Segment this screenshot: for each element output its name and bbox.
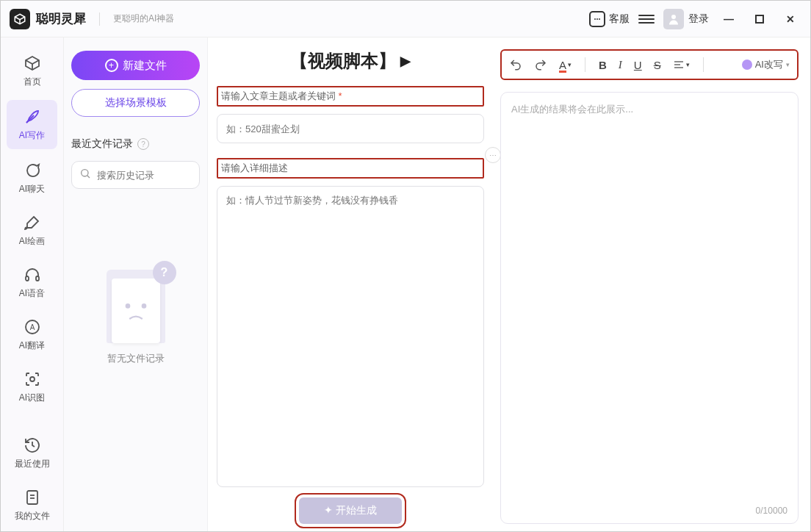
logo-block: 聪明灵犀 更聪明的AI神器 (10, 9, 174, 29)
brush-icon (23, 213, 42, 232)
center-column: 【视频脚本】 ▶ 请输入文章主题或者关键词 请输入详细描述 ✦ 开始生成 (208, 37, 493, 531)
align-button[interactable]: ▾ (673, 59, 690, 71)
strikethrough-button[interactable]: S (654, 59, 661, 71)
app-subtitle: 更聪明的AI神器 (113, 12, 174, 25)
feather-icon (23, 107, 42, 126)
cube-icon (23, 54, 42, 73)
svg-point-5 (671, 15, 676, 19)
svg-point-4 (599, 18, 600, 20)
nav-label: AI聊天 (19, 183, 45, 195)
nav-my-files[interactable]: 我的文件 (1, 479, 63, 531)
nav-label: AI写作 (19, 129, 45, 142)
redo-button[interactable] (534, 58, 547, 71)
description-label: 请输入详细描述 (217, 158, 484, 179)
character-counter: 0/10000 (756, 506, 787, 516)
hamburger-menu-button[interactable] (638, 11, 655, 27)
nav-ai-image-recognition[interactable]: AI识图 (1, 361, 63, 413)
right-column: A▾ B I U S ▾ AI改写 ▾ AI生成的结果将会在此展示... 0/1… (493, 37, 810, 531)
svg-point-18 (82, 170, 88, 176)
nav-recent[interactable]: 最近使用 (1, 427, 63, 479)
nav-label: AI语音 (19, 287, 45, 300)
nav-ai-writing[interactable]: AI写作 (7, 100, 57, 149)
svg-point-2 (594, 18, 596, 20)
nav-ai-voice[interactable]: AI语音 (1, 256, 63, 309)
empty-state: ? 暂无文件记录 (71, 262, 200, 365)
svg-rect-10 (26, 276, 29, 281)
svg-point-20 (125, 303, 130, 309)
undo-button[interactable] (509, 58, 522, 71)
customer-service-label: 客服 (609, 12, 630, 26)
topic-input[interactable] (217, 114, 484, 143)
translate-icon: A (23, 317, 42, 337)
generate-button[interactable]: ✦ 开始生成 (299, 497, 402, 524)
ai-rewrite-button[interactable]: AI改写 ▾ (742, 58, 790, 71)
nav-label: AI翻译 (19, 339, 45, 352)
search-icon (79, 168, 91, 182)
file-icon (23, 488, 42, 507)
left-nav: 首页 AI写作 AI聊天 AI绘画 AI语音 A AI翻译 AI识图 (1, 37, 64, 531)
main-layout: 首页 AI写作 AI聊天 AI绘画 AI语音 A AI翻译 AI识图 (1, 37, 810, 531)
titlebar: 聪明灵犀 更聪明的AI神器 客服 登录 — ✕ (1, 1, 810, 37)
recent-files-text: 最近文件记录 (71, 137, 133, 151)
chat-icon (589, 11, 605, 27)
svg-point-14 (30, 377, 35, 381)
bold-button[interactable]: B (599, 59, 607, 71)
description-textarea[interactable] (217, 186, 484, 487)
app-logo-icon (10, 9, 30, 29)
nav-label: AI识图 (19, 392, 45, 404)
customer-service-button[interactable]: 客服 (589, 11, 630, 27)
headphones-icon (23, 265, 42, 284)
font-color-button[interactable]: A▾ (559, 59, 572, 71)
column-resize-handle[interactable]: ⋯ (485, 147, 501, 163)
nav-label: AI绘画 (19, 235, 45, 248)
minimize-button[interactable]: — (724, 14, 734, 24)
editor-toolbar: A▾ B I U S ▾ AI改写 ▾ (500, 49, 799, 80)
user-avatar-icon (663, 9, 684, 29)
svg-rect-6 (756, 15, 763, 23)
italic-button[interactable]: I (619, 59, 622, 71)
login-button[interactable]: 登录 (663, 9, 709, 29)
svg-point-3 (596, 18, 598, 20)
nav-ai-paint[interactable]: AI绘画 (1, 204, 63, 256)
svg-line-19 (87, 176, 90, 178)
result-placeholder: AI生成的结果将会在此展示... (511, 103, 787, 116)
file-column: + 新建文件 选择场景模板 最近文件记录 ? ? 暂无文件记录 (64, 37, 208, 531)
nav-home[interactable]: 首页 (1, 45, 63, 97)
close-button[interactable]: ✕ (785, 14, 796, 24)
underline-button[interactable]: U (634, 59, 642, 71)
template-title-text: 【视频脚本】 (290, 49, 396, 73)
ai-rewrite-label: AI改写 (755, 58, 783, 71)
plus-icon: + (105, 59, 118, 72)
svg-point-21 (141, 303, 146, 309)
empty-clipboard-icon: ? (103, 262, 169, 343)
scan-icon (23, 370, 42, 389)
titlebar-right: 客服 登录 — ✕ (589, 9, 801, 29)
history-icon (23, 436, 42, 455)
new-file-label: 新建文件 (123, 59, 167, 73)
template-title: 【视频脚本】 ▶ (217, 49, 484, 73)
nav-ai-chat[interactable]: AI聊天 (1, 152, 63, 204)
topic-label: 请输入文章主题或者关键词 (217, 86, 484, 107)
scene-template-button[interactable]: 选择场景模板 (71, 89, 200, 117)
maximize-button[interactable] (754, 14, 765, 24)
nav-label: 首页 (24, 76, 41, 88)
svg-rect-11 (36, 276, 39, 281)
help-icon[interactable]: ? (137, 138, 149, 150)
login-label: 登录 (688, 12, 709, 26)
separator (99, 12, 100, 26)
play-icon[interactable]: ▶ (400, 53, 411, 69)
new-file-button[interactable]: + 新建文件 (71, 51, 200, 80)
ai-rewrite-icon (742, 60, 752, 70)
nav-label: 最近使用 (15, 458, 50, 470)
svg-rect-15 (27, 491, 37, 504)
empty-state-text: 暂无文件记录 (107, 352, 165, 365)
app-name: 聪明灵犀 (36, 10, 86, 27)
chat-bubble-icon (23, 161, 42, 180)
search-history-input[interactable] (97, 170, 220, 181)
search-history-box[interactable] (71, 161, 200, 189)
svg-text:A: A (29, 323, 35, 331)
nav-label: 我的文件 (15, 510, 50, 522)
result-output-box[interactable]: AI生成的结果将会在此展示... 0/10000 (500, 92, 799, 524)
recent-files-heading: 最近文件记录 ? (71, 137, 200, 151)
nav-ai-translate[interactable]: A AI翻译 (1, 309, 63, 361)
